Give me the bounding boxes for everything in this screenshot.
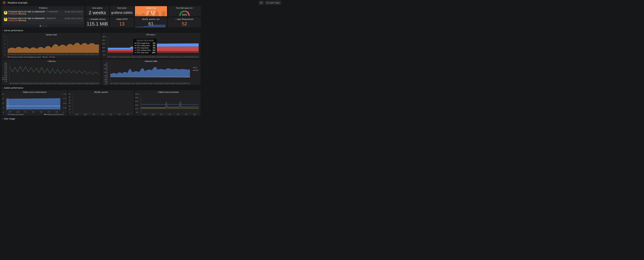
zabbix-busy-chart[interactable]: ▾Zabbix busy processes 100%80%60%40%20%0… (135, 90, 200, 116)
problems-panel: Problems Processor load is too high on d… (2, 6, 85, 27)
uptime-value: 2 weeks (86, 9, 109, 16)
section-label: Server performance (4, 29, 23, 32)
svg-rect-1 (260, 2, 262, 3)
disk-panel[interactable]: Free disk space on / 55% (168, 6, 201, 16)
zabbix-icon: ▾ (89, 18, 90, 20)
zabbix-icon: ▾ (176, 18, 176, 20)
load-title: System load (135, 6, 167, 9)
uptime-panel[interactable]: Host uptime 2 weeks (86, 6, 109, 16)
problem-item[interactable]: Processor load is too high on database01… (3, 16, 84, 22)
section-disk-usage[interactable]: ▾ Disk Usage (2, 117, 282, 120)
system-load-chart[interactable]: System load 543210 2/27 00:002/27 12:002… (2, 33, 101, 58)
problems-pagination[interactable]: 123 (2, 24, 85, 27)
section-label: Disk Usage (4, 118, 15, 120)
cpu-time-chart[interactable]: CPU time ▾ 100%80%60%40%20%0% 2019-02-28… (102, 33, 200, 58)
page-number[interactable]: 2 (42, 25, 45, 27)
chevron-down-icon: ▾ (2, 87, 3, 89)
heart-icon (4, 11, 7, 14)
problem-time: 05 Mar 2019 12:50:13 (65, 17, 82, 19)
hostname-panel[interactable]: Host name grafana-zabbix (110, 6, 134, 16)
time-range-picker[interactable]: Last 7 days (265, 1, 281, 5)
heart-icon (4, 18, 7, 21)
memory-stat-panel[interactable]: ▾Available memory 115.1 MiB (86, 17, 109, 27)
tv-mode-button[interactable] (259, 1, 264, 5)
problems-title: Problems (2, 6, 85, 9)
chevron-down-icon: ▾ (2, 118, 3, 120)
dashboard-title[interactable]: Readme example (8, 1, 28, 4)
hostname-title: Host name (110, 6, 134, 9)
nvps-value: 13 (110, 20, 134, 27)
mem-title: ▾Available memory (86, 17, 109, 20)
section-server-performance[interactable]: ▾ Server performance (2, 28, 282, 32)
disk-value: 55% (178, 13, 190, 16)
legend-item[interactable]: Values processed (8, 113, 24, 115)
legend-item[interactable]: Out (193, 69, 198, 71)
reply-icon[interactable]: ↩ (81, 13, 82, 15)
problem-name: Processor load is too high on database02 (8, 10, 45, 13)
problem-item[interactable]: Processor load is too high on database02… (3, 10, 84, 16)
mem-value: 115.1 MiB (86, 20, 109, 27)
nvps-title: Zabbix NVPS (110, 17, 134, 20)
system-load-panel[interactable]: System load 2.12 (135, 6, 167, 16)
zabbix-server-chart[interactable]: Zabbix server performance 20151050 1.000… (2, 90, 67, 116)
tag-icon: 🏷 (46, 11, 48, 12)
legend-item[interactable]: In (193, 67, 198, 69)
grafana-logo-icon (2, 1, 6, 4)
mysql-title: MySQL queries / sec (135, 17, 167, 20)
reply-icon[interactable]: ↩ (81, 20, 82, 22)
legend-item[interactable]: Required performance (44, 113, 64, 115)
page-number[interactable]: 1 (39, 25, 42, 27)
uptime-title: Host uptime (86, 6, 109, 9)
chart-tooltip: 2019-02-28 01:00:00 CPU iowait time:0%CP… (133, 39, 157, 55)
chevron-down-icon: ▾ (156, 34, 156, 36)
page-number[interactable]: 3 (45, 25, 48, 27)
nvps-panel[interactable]: Zabbix NVPS 13 (110, 17, 134, 27)
problem-time: 05 Mar 2019 12:50:15 (65, 11, 82, 13)
zabbix-icon: ▾ (47, 60, 48, 62)
section-label: Zabbix performance (4, 87, 23, 89)
legend-item[interactable]: min (42, 56, 48, 58)
hostname-value: grafana-zabbix (110, 9, 134, 16)
section-zabbix-performance[interactable]: ▾ Zabbix performance (2, 86, 282, 89)
nginx-panel[interactable]: ▾nginx Requests\sec 52 (168, 17, 201, 27)
nginx-value: 52 (168, 20, 201, 27)
network-chart[interactable]: Network traffic 2.5 Mbps2.0 Mbps1.5 Mbps… (102, 59, 200, 85)
nginx-title: ▾nginx Requests\sec (168, 17, 201, 20)
time-range-label: Last 7 days (269, 2, 280, 4)
zabbix-icon: ▾ (157, 91, 158, 93)
legend-item[interactable]: Processor load (1 min average per core) (8, 56, 41, 58)
chevron-down-icon: ▾ (2, 30, 3, 31)
problem-name: Processor load is too high on database01 (8, 17, 45, 19)
legend-item[interactable]: max (50, 56, 55, 58)
memory-chart[interactable]: ▾Memory 286 MiB238 MiB191 MiB143 MiB95 M… (2, 59, 101, 85)
mysql-panel[interactable]: MySQL queries / sec 61 (135, 17, 167, 27)
dashboard-header: Readme example Last 7 days (0, 0, 284, 5)
mysql-queries-chart[interactable]: MySQL queries 6050403020100 2/272/283/13… (68, 90, 134, 116)
disk-title: Free disk space on / (168, 6, 201, 9)
